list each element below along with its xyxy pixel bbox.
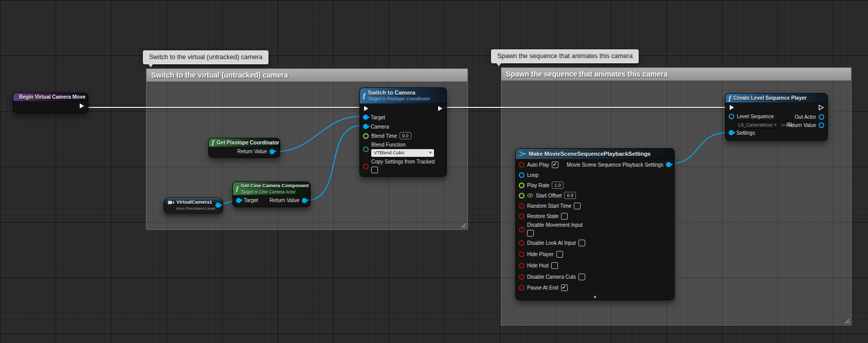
pin-label: Level Sequence bbox=[737, 114, 774, 119]
disable-look-at-input-pin[interactable] bbox=[519, 240, 525, 246]
node-make-playback-settings[interactable]: Make MovieSceneSequencePlaybackSettings … bbox=[515, 148, 675, 300]
node-subtitle: from Persistent Level bbox=[176, 206, 215, 211]
node-title: VirtualCamera1 bbox=[176, 200, 212, 205]
level-sequence-asset-picker[interactable]: LS_CameraMove ▾ bbox=[736, 121, 779, 129]
level-sequence-pin[interactable] bbox=[729, 114, 734, 119]
eye-icon bbox=[527, 193, 533, 197]
pin-label: Return Value bbox=[269, 197, 299, 203]
comment-tooltip: Spawn the sequence that animates this ca… bbox=[491, 49, 639, 63]
auto-play-checkbox[interactable] bbox=[552, 161, 558, 168]
function-icon: f bbox=[212, 139, 214, 146]
blend-function-dropdown[interactable]: VTBlend Cubic ▾ bbox=[371, 149, 434, 157]
blend-time-input[interactable]: 0.0 bbox=[400, 132, 411, 139]
pause-at-end-pin[interactable] bbox=[519, 285, 525, 291]
comment-resize-grip[interactable] bbox=[460, 222, 466, 228]
node-subtitle: Target is Pixotope Coordinator bbox=[368, 96, 430, 102]
pin-label: Start Offset bbox=[536, 193, 562, 198]
camera-icon bbox=[168, 200, 174, 205]
exec-out-pin[interactable] bbox=[818, 104, 824, 111]
node-get-cine-camera-component[interactable]: f Get Cine Camera Component Target is Ci… bbox=[232, 182, 311, 207]
target-pin[interactable] bbox=[363, 115, 368, 120]
pin-label: Target bbox=[244, 197, 258, 203]
node-title: Switch to Camera bbox=[368, 89, 430, 96]
node-title: Make MovieSceneSequencePlaybackSettings bbox=[529, 151, 650, 157]
hide-player-pin[interactable] bbox=[519, 251, 525, 257]
comment-resize-grip[interactable] bbox=[843, 317, 850, 324]
node-virtual-camera-reference[interactable]: VirtualCamera1 from Persistent Level bbox=[164, 197, 223, 214]
make-struct-icon bbox=[519, 151, 526, 157]
pin-label: Movie Scene Sequence Playback Settings bbox=[567, 162, 663, 168]
node-begin-virtual-camera-move[interactable]: Begin Virtual Camera Move bbox=[13, 93, 88, 113]
node-subtitle: Target is Cine Camera Actor bbox=[241, 189, 309, 195]
node-title: Create Level Sequence Player bbox=[733, 95, 806, 101]
settings-out-pin[interactable] bbox=[666, 162, 671, 167]
camera-pin[interactable] bbox=[363, 124, 368, 129]
blend-time-pin[interactable] bbox=[363, 133, 369, 139]
hide-hud-checkbox[interactable] bbox=[551, 262, 558, 269]
pin-label: Hide Player bbox=[527, 251, 554, 257]
out-actor-pin[interactable] bbox=[819, 114, 824, 120]
loop-pin[interactable] bbox=[519, 172, 525, 178]
return-value-pin[interactable] bbox=[302, 198, 307, 203]
play-rate-pin[interactable] bbox=[519, 183, 525, 188]
pin-label: Blend Time bbox=[371, 133, 397, 139]
collapse-advanced-arrow[interactable]: ▲ bbox=[516, 293, 674, 300]
exec-out-pin[interactable] bbox=[437, 105, 443, 112]
pin-label: Camera bbox=[371, 124, 389, 130]
disable-camera-cuts-checkbox[interactable] bbox=[578, 274, 585, 280]
target-pin[interactable] bbox=[236, 198, 241, 203]
disable-look-at-input-checkbox[interactable] bbox=[578, 240, 585, 246]
pause-at-end-checkbox[interactable] bbox=[561, 284, 568, 291]
play-rate-input[interactable]: 1.0 bbox=[552, 182, 564, 189]
pin-label: Out Actor bbox=[794, 114, 816, 120]
pin-label: Return Value bbox=[237, 149, 267, 154]
pin-label: Settings bbox=[736, 130, 755, 136]
pin-label: Disable Camera Cuts bbox=[527, 274, 576, 280]
function-icon: f bbox=[363, 93, 365, 99]
node-switch-to-camera[interactable]: f Switch to Camera Target is Pixotope Co… bbox=[359, 87, 447, 177]
chevron-down-icon: ▾ bbox=[774, 123, 776, 127]
pin-label: Random Start Time bbox=[527, 203, 571, 209]
disable-movement-input-pin[interactable] bbox=[519, 227, 525, 232]
comment-tooltip: Switch to the virtual (untracked) camera bbox=[143, 50, 268, 64]
exec-in-pin[interactable] bbox=[363, 105, 369, 112]
pin-label: Hide Hud bbox=[527, 263, 549, 268]
object-out-pin[interactable] bbox=[215, 203, 221, 208]
pin-label: Copy Settings from Tracked bbox=[371, 159, 435, 165]
pin-label: Restore State bbox=[527, 213, 558, 219]
node-title: Get Pixotope Coordinator bbox=[216, 140, 279, 146]
comment-spawn-sequence-title[interactable]: Spawn the sequence that animates this ca… bbox=[501, 68, 851, 81]
pin-label: Disable Look At Input bbox=[527, 240, 576, 246]
return-value-pin[interactable] bbox=[819, 122, 824, 128]
node-title: Get Cine Camera Component bbox=[241, 183, 309, 189]
node-create-level-sequence-player[interactable]: f Create Level Sequence Player Level Seq… bbox=[725, 93, 828, 141]
start-offset-pin[interactable] bbox=[519, 193, 525, 198]
comment-switch-camera-title[interactable]: Switch to the virtual (untracked) camera bbox=[147, 69, 467, 82]
start-offset-input[interactable]: 0.0 bbox=[564, 192, 576, 199]
use-selected-asset-icon[interactable]: ⇦ bbox=[781, 122, 786, 128]
pin-label: Auto Play bbox=[527, 162, 549, 168]
exec-out-pin[interactable] bbox=[79, 103, 85, 109]
function-icon: f bbox=[236, 186, 238, 192]
restore-state-pin[interactable] bbox=[519, 213, 525, 219]
random-start-time-checkbox[interactable] bbox=[574, 203, 581, 209]
blend-function-pin[interactable] bbox=[363, 147, 369, 152]
pin-label: Blend Function bbox=[371, 142, 434, 148]
copy-settings-pin[interactable] bbox=[363, 164, 369, 169]
disable-movement-input-checkbox[interactable] bbox=[527, 230, 534, 237]
auto-play-pin[interactable] bbox=[519, 162, 525, 168]
exec-in-pin[interactable] bbox=[729, 104, 735, 111]
pin-label: Return Value bbox=[786, 122, 816, 128]
return-value-pin[interactable] bbox=[269, 149, 275, 154]
blueprint-canvas[interactable]: Switch to the virtual (untracked) camera… bbox=[0, 0, 868, 343]
hide-player-checkbox[interactable] bbox=[556, 251, 563, 258]
node-get-pixotope-coordinator[interactable]: f Get Pixotope Coordinator Return Value bbox=[208, 138, 280, 158]
pin-label: Target bbox=[371, 115, 385, 120]
copy-settings-checkbox[interactable] bbox=[371, 167, 378, 173]
random-start-time-pin[interactable] bbox=[519, 203, 525, 209]
disable-camera-cuts-pin[interactable] bbox=[519, 274, 525, 280]
settings-pin[interactable] bbox=[729, 130, 734, 135]
restore-state-checkbox[interactable] bbox=[561, 213, 568, 220]
node-title: Begin Virtual Camera Move bbox=[19, 94, 85, 100]
hide-hud-pin[interactable] bbox=[519, 263, 525, 268]
